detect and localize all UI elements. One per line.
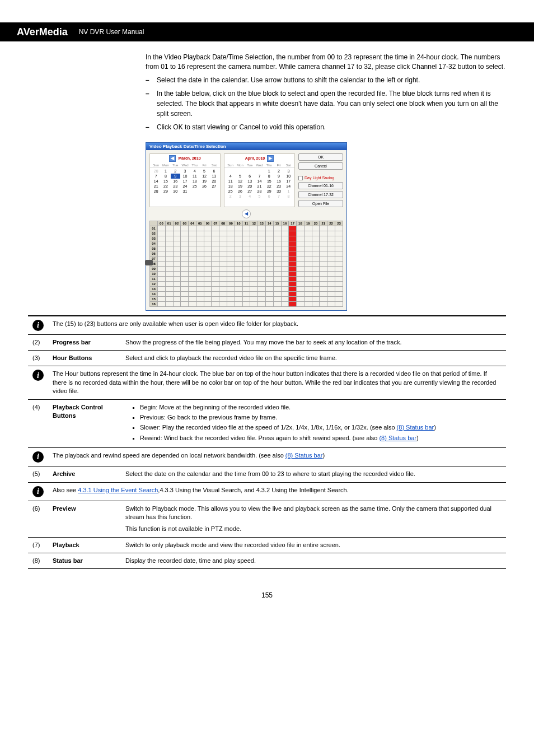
daylight-saving-checkbox[interactable]: Day Light Saving: [298, 176, 343, 180]
calendar-prev-icon[interactable]: ◀: [169, 155, 176, 162]
header-brand: AVerMedia: [17, 26, 68, 38]
step-2: In the table below, click on the blue bl…: [146, 88, 506, 119]
scrub-icon: ◀: [242, 209, 251, 218]
time-grid[interactable]: 0001020304050607080910111213141516171819…: [149, 221, 343, 307]
header-bar: AVerMedia NV DVR User Manual: [0, 22, 534, 41]
step-3: Click OK to start viewing or Cancel to v…: [146, 122, 506, 132]
calendar-month-left: March, 2010: [178, 156, 200, 160]
row-name: Progress bar: [48, 334, 121, 350]
dialog-title: Video Playback Date/Time Selection: [146, 143, 346, 150]
header-title: NV DVR User Manual: [79, 28, 144, 36]
link-status-bar[interactable]: (8) Status bar: [397, 424, 434, 431]
cancel-button[interactable]: Cancel: [298, 162, 343, 170]
calendar-month-right: April, 2010: [245, 156, 265, 160]
calendar-right[interactable]: April, 2010 ▶ SunMonTueWedThuFriSat 1234…: [224, 153, 295, 207]
open-file-button[interactable]: Open File: [298, 200, 343, 207]
note-row: The (15) to (23) buttons are only availa…: [48, 316, 506, 335]
calendar-left[interactable]: ◀ March, 2010 SunMonTueWedThuFriSat 2812…: [149, 153, 221, 207]
info-icon: i: [32, 320, 44, 331]
row-num: (2): [28, 334, 48, 350]
link-event-search[interactable]: 4.3.1 Using the Event Search: [78, 487, 158, 493]
row-desc: Show the progress of the file being play…: [121, 334, 506, 350]
description-table: i The (15) to (23) buttons are only avai…: [28, 315, 506, 570]
channel-17-32-button[interactable]: Channel 17-32: [298, 191, 343, 198]
info-icon: i: [32, 370, 44, 381]
link-status-bar[interactable]: (8) Status bar: [379, 435, 416, 441]
step-1: Select the date in the calendar. Use arr…: [146, 75, 506, 85]
camera-icon: [145, 260, 153, 265]
page-number: 155: [28, 591, 506, 599]
info-icon: i: [32, 486, 44, 497]
dialog-screenshot: Video Playback Date/Time Selection ◀ Mar…: [146, 142, 347, 311]
ok-button[interactable]: OK: [298, 153, 343, 161]
playback-buttons-list: Begin: Move at the beginning of the reco…: [140, 403, 502, 443]
intro-paragraph: In the Video Playback Date/Time Selectio…: [146, 53, 506, 72]
info-icon: i: [32, 451, 44, 463]
channel-1-16-button[interactable]: Channel 01-16: [298, 182, 343, 189]
link-status-bar[interactable]: (8) Status bar: [285, 452, 323, 459]
steps-list: Select the date in the calendar. Use arr…: [146, 75, 506, 132]
calendar-next-icon[interactable]: ▶: [267, 155, 274, 162]
